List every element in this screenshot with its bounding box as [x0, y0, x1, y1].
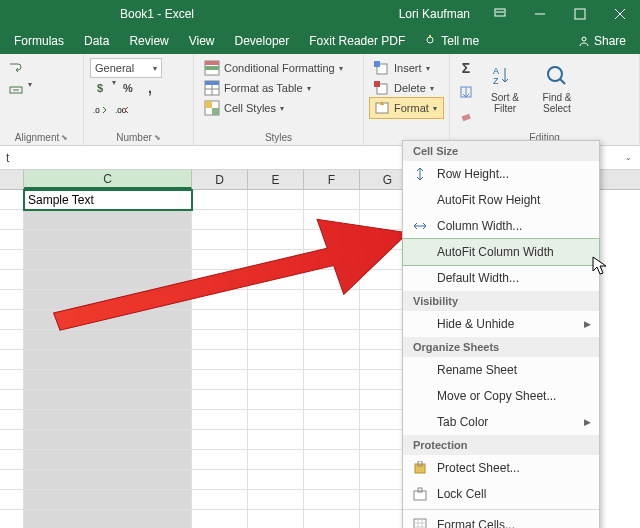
autosum-button[interactable]: Σ [456, 58, 476, 78]
delete-cells-button[interactable]: Delete▾ [370, 78, 443, 98]
tab-formulas[interactable]: Formulas [4, 28, 74, 54]
cell[interactable] [304, 410, 360, 430]
menu-lock-cell[interactable]: Lock Cell [403, 481, 599, 507]
menu-autofit-column-width[interactable]: AutoFit Column Width [403, 239, 599, 265]
cell[interactable] [304, 390, 360, 410]
cell[interactable] [192, 350, 248, 370]
cell[interactable] [192, 190, 248, 210]
cell[interactable] [248, 250, 304, 270]
cell[interactable] [192, 470, 248, 490]
cell[interactable] [304, 250, 360, 270]
find-select-button[interactable]: Find & Select [534, 58, 580, 114]
row-header[interactable] [0, 430, 24, 450]
cell[interactable] [248, 430, 304, 450]
cell[interactable] [304, 290, 360, 310]
row-header[interactable] [0, 470, 24, 490]
cell[interactable] [192, 250, 248, 270]
cell[interactable] [24, 450, 192, 470]
select-all-corner[interactable] [0, 170, 24, 189]
ribbon-options-button[interactable] [480, 0, 520, 28]
cell[interactable]: Sample Text [24, 190, 192, 210]
cell[interactable] [248, 210, 304, 230]
cell[interactable] [24, 430, 192, 450]
cell[interactable] [192, 490, 248, 510]
cell[interactable] [192, 510, 248, 528]
cell[interactable] [304, 490, 360, 510]
row-header[interactable] [0, 510, 24, 528]
cell[interactable] [248, 390, 304, 410]
tab-developer[interactable]: Developer [225, 28, 300, 54]
row-header[interactable] [0, 410, 24, 430]
cell[interactable] [24, 370, 192, 390]
cell[interactable] [248, 410, 304, 430]
row-header[interactable] [0, 290, 24, 310]
cell[interactable] [248, 450, 304, 470]
insert-cells-button[interactable]: Insert▾ [370, 58, 443, 78]
col-header-d[interactable]: D [192, 170, 248, 189]
tab-foxit[interactable]: Foxit Reader PDF [299, 28, 415, 54]
cell[interactable] [192, 430, 248, 450]
fill-button[interactable] [456, 82, 476, 102]
cell[interactable] [24, 510, 192, 528]
cell[interactable] [24, 310, 192, 330]
wrap-text-button[interactable] [6, 58, 26, 78]
cell[interactable] [192, 290, 248, 310]
percent-format-button[interactable]: % [118, 78, 138, 98]
cell[interactable] [24, 350, 192, 370]
cell[interactable] [304, 350, 360, 370]
row-header[interactable] [0, 490, 24, 510]
sort-filter-button[interactable]: AZ Sort & Filter [482, 58, 528, 114]
cell[interactable] [192, 390, 248, 410]
col-header-c[interactable]: C [24, 170, 192, 189]
tell-me[interactable]: Tell me [415, 28, 489, 54]
format-as-table-button[interactable]: Format as Table▾ [200, 78, 357, 98]
cell[interactable] [248, 350, 304, 370]
decrease-decimal-button[interactable]: .00 [112, 100, 132, 120]
maximize-button[interactable] [560, 0, 600, 28]
menu-move-copy-sheet[interactable]: Move or Copy Sheet... [403, 383, 599, 409]
row-header[interactable] [0, 350, 24, 370]
row-header[interactable] [0, 250, 24, 270]
cell[interactable] [192, 270, 248, 290]
cell[interactable] [304, 330, 360, 350]
share-button[interactable]: Share [568, 28, 636, 54]
cell[interactable] [248, 330, 304, 350]
increase-decimal-button[interactable]: .0 [90, 100, 110, 120]
name-box[interactable]: t [6, 151, 38, 165]
row-header[interactable] [0, 230, 24, 250]
cell[interactable] [248, 510, 304, 528]
cell[interactable] [24, 390, 192, 410]
cell[interactable] [192, 410, 248, 430]
row-header[interactable] [0, 270, 24, 290]
menu-tab-color[interactable]: Tab Color▶ [403, 409, 599, 435]
cell-styles-button[interactable]: Cell Styles▾ [200, 98, 357, 118]
cell[interactable] [24, 230, 192, 250]
cell[interactable] [248, 230, 304, 250]
cell[interactable] [304, 190, 360, 210]
row-header[interactable] [0, 450, 24, 470]
menu-column-width[interactable]: Column Width... [403, 213, 599, 239]
cell[interactable] [24, 250, 192, 270]
cell[interactable] [304, 470, 360, 490]
conditional-formatting-button[interactable]: Conditional Formatting▾ [200, 58, 357, 78]
tab-view[interactable]: View [179, 28, 225, 54]
cell[interactable] [24, 410, 192, 430]
menu-format-cells[interactable]: Format Cells... [403, 512, 599, 528]
cell[interactable] [248, 370, 304, 390]
cell[interactable] [304, 370, 360, 390]
row-header[interactable] [0, 370, 24, 390]
cell[interactable] [24, 490, 192, 510]
cell[interactable] [304, 450, 360, 470]
menu-default-width[interactable]: Default Width... [403, 265, 599, 291]
cell[interactable] [192, 450, 248, 470]
cell[interactable] [304, 230, 360, 250]
row-header[interactable] [0, 190, 24, 210]
merge-center-button[interactable] [6, 80, 26, 100]
cell[interactable] [192, 310, 248, 330]
cell[interactable] [248, 270, 304, 290]
menu-autofit-row-height[interactable]: AutoFit Row Height [403, 187, 599, 213]
close-button[interactable] [600, 0, 640, 28]
formula-bar-expand-icon[interactable]: ⌄ [625, 153, 632, 162]
cell[interactable] [248, 290, 304, 310]
minimize-button[interactable] [520, 0, 560, 28]
